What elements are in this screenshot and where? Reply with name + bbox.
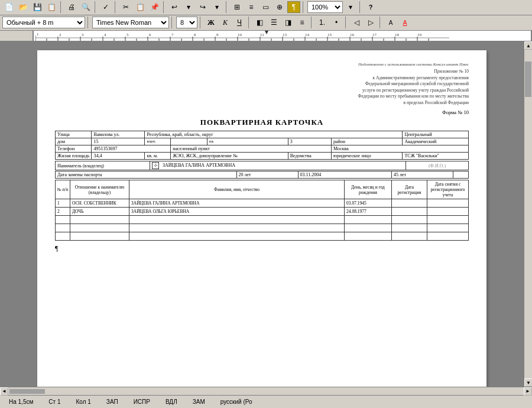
table-row: 2ДОЧЬЗАЙЦЕВА ОЛЬГА ЮРЬЕВНА24.08.1977 xyxy=(56,208,469,216)
appendix-line6: в пределах Российской Федерации xyxy=(55,100,469,106)
undo-button[interactable]: ↩ xyxy=(168,1,181,13)
bgcolor-button[interactable]: A xyxy=(384,17,397,28)
vertical-scrollbar[interactable]: ▲ ▼ xyxy=(524,41,532,387)
ulitsa-value: Вавилова ул. xyxy=(92,131,145,138)
table-button[interactable]: ⊞ xyxy=(231,1,244,13)
svg-marker-23 xyxy=(265,31,268,34)
cell-sn xyxy=(427,216,469,224)
separator3 xyxy=(115,1,117,13)
svg-text:7: 7 xyxy=(171,33,174,37)
size-select[interactable]: 8 xyxy=(176,17,197,28)
cut-button[interactable]: ✂ xyxy=(119,1,132,13)
underline-button[interactable]: Ч xyxy=(233,17,246,28)
cell-otnosh: ДОЧЬ xyxy=(70,208,129,216)
col-reg: Дата регистрации xyxy=(392,180,427,199)
svg-text:18: 18 xyxy=(395,33,400,37)
cell-num: 1 xyxy=(56,199,70,208)
separator2 xyxy=(95,1,97,13)
style-select[interactable]: Обычный + 8 m xyxy=(2,17,85,28)
paste-button[interactable]: 📌 xyxy=(148,1,161,13)
document-scroll-area[interactable]: Подготовлено с использованием системы Ко… xyxy=(0,41,524,387)
zoom-dropdown[interactable]: ▾ xyxy=(344,1,357,13)
spellcheck-button[interactable]: ✓ xyxy=(99,1,112,13)
zamen-table: Дата замены паспорта 20 лет 03.11.2004 4… xyxy=(55,171,469,179)
fontcolor-button[interactable]: A xyxy=(398,17,411,28)
ruler: // rendered statically below 1 2 3 4 5 6… xyxy=(0,31,532,41)
redo-dropdown[interactable]: ▾ xyxy=(210,1,223,13)
cell-fio: ЗАЙЦЕВА ГАЛИНА АРТЕМОВНА xyxy=(129,199,345,208)
sep-fmt3 xyxy=(200,17,202,28)
svg-text:15: 15 xyxy=(327,33,332,37)
new-button[interactable]: 📄 xyxy=(2,1,15,13)
ploshad-unit: кв. м. xyxy=(145,153,171,160)
raion-label: район xyxy=(332,138,403,145)
scroll-down-button[interactable]: ▼ xyxy=(524,378,532,387)
zamen-empty1 xyxy=(453,171,469,179)
save-button[interactable]: 💾 xyxy=(31,1,44,13)
italic-button[interactable]: К xyxy=(219,17,232,28)
table-row xyxy=(56,232,469,241)
printpreview-button[interactable]: 🔍 xyxy=(79,1,92,13)
h-scroll-left[interactable]: ◄ xyxy=(0,387,8,396)
help-button[interactable]: ? xyxy=(364,1,377,13)
region-label: Республика, край, область, округ xyxy=(145,131,403,138)
svg-text:4: 4 xyxy=(104,33,106,37)
pilcrow-button[interactable]: ¶ xyxy=(287,1,300,13)
tel-value: 4951353697 xyxy=(92,145,171,153)
zoom-select[interactable]: 100%75%150% xyxy=(307,1,343,13)
separator4 xyxy=(163,1,166,13)
font-select[interactable]: Times New Roman xyxy=(92,17,169,28)
scroll-up-button[interactable]: ▲ xyxy=(524,41,532,50)
toolbar-row2: Обычный + 8 m Times New Roman 8 Ж К Ч ◧ … xyxy=(0,15,532,30)
kv-label: кв. xyxy=(207,138,288,145)
indent-button[interactable]: ▷ xyxy=(364,17,377,28)
status-bar: На 1,5см Ст 1 Кол 1 ЗАП ИСПР ВДЛ ЗАМ рус… xyxy=(0,395,532,408)
status-ispr: ИСПР xyxy=(129,397,154,406)
korp-value xyxy=(171,138,207,145)
insert-button[interactable]: ⊕ xyxy=(273,1,286,13)
zamen-age: 45 лет xyxy=(391,171,453,179)
scroll-thumb[interactable] xyxy=(525,61,531,97)
permissions-button[interactable]: 📋 xyxy=(45,1,58,13)
svg-text:16: 16 xyxy=(350,33,355,37)
align-center[interactable]: ☰ xyxy=(267,17,280,28)
cell-sn xyxy=(427,208,469,216)
h-scroll-thumb[interactable] xyxy=(9,389,45,394)
copy-button[interactable]: 📋 xyxy=(134,1,147,13)
juridic-value: ТСЖ "Васильки" xyxy=(403,153,469,160)
horizontal-scrollbar[interactable]: ◄ ► xyxy=(0,387,532,395)
frame-button[interactable]: ▭ xyxy=(259,1,272,13)
table-row xyxy=(56,216,469,224)
numbering-button[interactable]: 1. xyxy=(316,17,329,28)
print-button[interactable]: 🖨 xyxy=(65,1,78,13)
scroll-track[interactable] xyxy=(524,50,532,378)
redo-button[interactable]: ↪ xyxy=(196,1,209,13)
bold-button[interactable]: Ж xyxy=(205,17,218,28)
svg-text:2: 2 xyxy=(59,33,61,37)
zamen-date: 03.11.2004 xyxy=(298,171,391,179)
cell-dob xyxy=(345,216,392,224)
cell-otnosh xyxy=(70,224,129,232)
svg-text:11: 11 xyxy=(260,33,264,37)
open-button[interactable]: 📂 xyxy=(17,1,30,13)
align-justify[interactable]: ≡ xyxy=(296,17,309,28)
align-right[interactable]: ◨ xyxy=(281,17,294,28)
appendix-line4: услуги по регистрационному учету граждан… xyxy=(55,88,469,94)
ploshad-label: Жилая площадь xyxy=(56,153,92,160)
outdent-button[interactable]: ◁ xyxy=(350,17,363,28)
sep-fmt4 xyxy=(248,17,251,28)
h-scroll-track[interactable] xyxy=(9,389,523,394)
appendix-line3: Федеральной миграционной службой государ… xyxy=(55,81,469,88)
columns-button[interactable]: ≡ xyxy=(245,1,258,13)
h-scroll-right[interactable]: ► xyxy=(524,387,532,396)
undo-dropdown[interactable]: ▾ xyxy=(182,1,195,13)
appendix-line1: Приложение № 10 xyxy=(55,69,469,75)
table-move-icon[interactable]: ⊹ xyxy=(152,162,159,169)
punkt-label: населенный пункт xyxy=(171,145,332,153)
appendix-line5: Федерации по месту пребывания или по мес… xyxy=(55,93,469,100)
bullets-button[interactable]: • xyxy=(330,17,343,28)
nanim-value: ⊹ ЗАЙЦЕВА ГАЛИНА АРТЕМОВНА xyxy=(150,161,406,170)
align-left[interactable]: ◧ xyxy=(253,17,266,28)
cell-sn xyxy=(427,232,469,241)
fio-label: (Ф.И.О.) xyxy=(406,161,469,170)
